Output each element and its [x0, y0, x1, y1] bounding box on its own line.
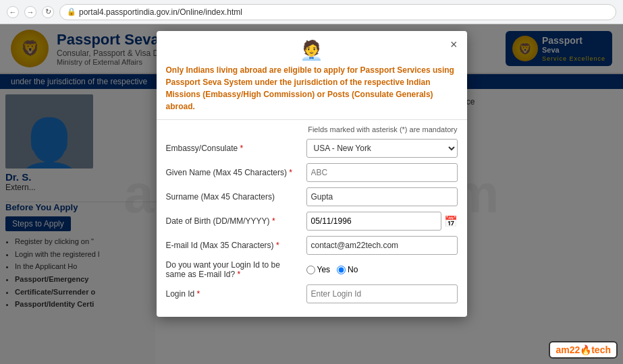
- radio-no[interactable]: [337, 266, 346, 274]
- login-id-label: Login Id *: [166, 289, 301, 299]
- radio-group: Yes No: [306, 265, 358, 274]
- calendar-icon[interactable]: 📅: [444, 215, 458, 228]
- login-same-label: Do you want your Login Id to be same as …: [166, 260, 301, 279]
- login-id-required-mark: *: [197, 289, 200, 299]
- modal-header: 🧑‍💼 ×: [157, 31, 467, 64]
- page-content: 🦁 Passport Seva at Indian Embassies and …: [0, 24, 623, 364]
- am22-text-before: am22: [556, 344, 580, 355]
- radio-no-label[interactable]: No: [337, 265, 358, 274]
- modal-close-button[interactable]: ×: [450, 38, 458, 52]
- modal-person-icon: 🧑‍💼: [300, 40, 323, 61]
- given-name-required-mark: *: [289, 168, 292, 177]
- dob-required-mark: *: [272, 216, 275, 226]
- url-bar[interactable]: 🔒 portal4.passportindia.gov.in/Online/in…: [59, 4, 616, 20]
- email-input[interactable]: [306, 236, 458, 255]
- dob-row: Date of Birth (DD/MM/YYYY) * 📅: [166, 212, 458, 231]
- lock-icon: 🔒: [67, 7, 76, 16]
- dob-wrapper: 📅: [306, 212, 458, 231]
- modal-warning-text: Only Indians living abroad are eligible …: [157, 64, 467, 120]
- embassy-select[interactable]: USA - New YorkUSA - Los AngelesUSA - Chi…: [306, 139, 458, 158]
- given-name-input[interactable]: [306, 163, 458, 182]
- back-button[interactable]: ←: [7, 6, 19, 18]
- forward-button[interactable]: →: [24, 6, 36, 18]
- url-text: portal4.passportindia.gov.in/Online/inde…: [79, 7, 242, 17]
- browser-chrome: ← → ↻ 🔒 portal4.passportindia.gov.in/Onl…: [0, 0, 623, 24]
- given-name-label: Given Name (Max 45 Characters) *: [166, 168, 301, 177]
- login-id-input[interactable]: [306, 284, 458, 303]
- modal-body: Fields marked with asterisk (*) are mand…: [157, 120, 467, 317]
- given-name-row: Given Name (Max 45 Characters) *: [166, 163, 458, 182]
- dob-label: Date of Birth (DD/MM/YYYY) *: [166, 216, 301, 226]
- mandatory-note: Fields marked with asterisk (*) are mand…: [166, 125, 458, 133]
- login-same-row: Do you want your Login Id to be same as …: [166, 260, 458, 279]
- login-same-required-mark: *: [238, 270, 241, 279]
- radio-yes[interactable]: [306, 266, 315, 274]
- am22tech-logo: am22🔥tech: [549, 341, 618, 359]
- radio-yes-text: Yes: [317, 265, 331, 274]
- embassy-label: Embassy/Consulate *: [166, 144, 301, 153]
- email-required-mark: *: [276, 241, 279, 250]
- login-id-row: Login Id *: [166, 284, 458, 303]
- modal-overlay: 🧑‍💼 × Only Indians living abroad are eli…: [0, 24, 623, 364]
- modal-dialog: 🧑‍💼 × Only Indians living abroad are eli…: [157, 31, 467, 317]
- dob-input[interactable]: [306, 212, 441, 231]
- am22-flame: 🔥: [580, 344, 591, 355]
- email-row: E-mail Id (Max 35 Characters) *: [166, 236, 458, 255]
- radio-yes-label[interactable]: Yes: [306, 265, 331, 274]
- surname-row: Surname (Max 45 Characters): [166, 187, 458, 206]
- surname-label: Surname (Max 45 Characters): [166, 192, 301, 202]
- email-label: E-mail Id (Max 35 Characters) *: [166, 241, 301, 250]
- surname-input[interactable]: [306, 187, 458, 206]
- refresh-button[interactable]: ↻: [42, 6, 54, 18]
- am22-text-after: tech: [591, 344, 611, 355]
- embassy-row: Embassy/Consulate * USA - New YorkUSA - …: [166, 139, 458, 158]
- radio-no-text: No: [348, 265, 358, 274]
- embassy-required-mark: *: [240, 144, 244, 153]
